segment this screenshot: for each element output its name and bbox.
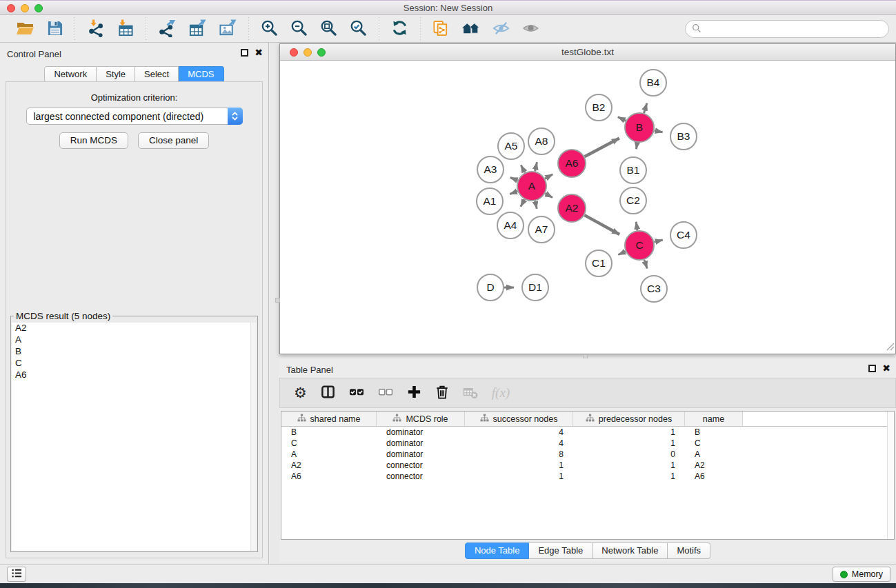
result-list-item[interactable]: A2 xyxy=(12,323,257,334)
graph-edge-B-B4[interactable] xyxy=(644,103,646,113)
column-header-MCDS-role[interactable]: MCDS role xyxy=(377,412,465,426)
graph-node-A2[interactable]: A2 xyxy=(558,194,586,222)
table-cell[interactable]: connector xyxy=(377,471,465,482)
table-close-panel-icon[interactable]: ✖ xyxy=(882,365,890,372)
result-list-scrollbar[interactable] xyxy=(250,323,257,551)
graph-node-D[interactable]: D xyxy=(477,274,504,301)
network-window-titlebar[interactable]: testGlobe.txt xyxy=(280,44,895,61)
hide-selected-eye-button[interactable] xyxy=(486,18,516,40)
table-cell[interactable]: 4 xyxy=(465,438,573,449)
table-cell[interactable]: B xyxy=(281,427,377,438)
table-cell[interactable]: dominator xyxy=(377,427,465,438)
table-cell[interactable]: 1 xyxy=(465,471,573,482)
graph-node-C1[interactable]: C1 xyxy=(586,250,612,276)
table-cell[interactable]: A6 xyxy=(281,471,377,482)
graph-edge-C-C1[interactable] xyxy=(618,252,626,255)
table-cell[interactable]: C xyxy=(685,438,743,449)
tab-network-table[interactable]: Network Table xyxy=(593,543,668,559)
criterion-dropdown[interactable]: largest connected component (directed) xyxy=(26,108,243,125)
network-canvas[interactable]: B4B2BB3A8A5A6A3B1AC2A1A2A4A7C4CC1DD1C3 xyxy=(280,61,895,354)
graph-edge-B-B3[interactable] xyxy=(655,130,663,132)
table-cell[interactable]: 1 xyxy=(573,471,685,482)
graph-edge-A-A6[interactable] xyxy=(545,174,552,179)
result-list-item[interactable]: A6 xyxy=(12,369,257,381)
table-cell[interactable]: A xyxy=(281,449,377,460)
table-row[interactable]: Bdominator41B xyxy=(281,427,894,438)
zoom-fit-button[interactable] xyxy=(314,18,344,40)
graph-node-B[interactable]: B xyxy=(625,113,654,142)
network-graph[interactable]: B4B2BB3A8A5A6A3B1AC2A1A2A4A7C4CC1DD1C3 xyxy=(280,61,895,354)
memory-button[interactable]: Memory xyxy=(833,567,890,582)
graph-node-C2[interactable]: C2 xyxy=(620,187,646,214)
gear-button[interactable]: ⚙ xyxy=(288,385,312,401)
column-header-name[interactable]: name xyxy=(685,412,743,426)
resize-grip-icon[interactable] xyxy=(886,342,895,353)
deselect-all-checkboxes-button[interactable] xyxy=(372,383,399,403)
task-history-button[interactable] xyxy=(7,567,26,582)
float-panel-icon[interactable] xyxy=(241,49,248,57)
table-cell[interactable]: A2 xyxy=(281,460,377,471)
table-float-panel-icon[interactable] xyxy=(868,365,876,372)
table-cell[interactable]: 0 xyxy=(573,449,685,460)
graph-node-A[interactable]: A xyxy=(517,172,546,201)
table-cell[interactable]: connector xyxy=(377,460,465,471)
table-cell[interactable]: 1 xyxy=(573,438,685,449)
table-cell[interactable]: A xyxy=(685,449,743,460)
add-row-button[interactable] xyxy=(401,383,427,403)
show-eye-button[interactable] xyxy=(516,18,546,40)
table-row[interactable]: A6connector11A6 xyxy=(281,471,894,482)
graph-node-B4[interactable]: B4 xyxy=(640,70,666,96)
graph-node-A3[interactable]: A3 xyxy=(477,156,504,183)
graph-node-C3[interactable]: C3 xyxy=(641,276,667,302)
table-cell[interactable]: 8 xyxy=(465,449,573,460)
graph-node-A5[interactable]: A5 xyxy=(498,133,524,159)
close-panel-button[interactable]: Close panel xyxy=(138,132,209,149)
table-cell[interactable]: 1 xyxy=(465,460,573,471)
table-cell[interactable]: B xyxy=(685,427,743,438)
graph-node-B2[interactable]: B2 xyxy=(586,94,612,121)
graph-edge-A6-B[interactable] xyxy=(585,138,619,156)
graph-node-B1[interactable]: B1 xyxy=(620,157,646,183)
splitter-handle-left[interactable] xyxy=(275,298,280,303)
table-cell[interactable]: 1 xyxy=(573,427,685,438)
graph-edge-A-A2[interactable] xyxy=(545,194,552,198)
graph-node-C[interactable]: C xyxy=(625,231,654,260)
zoom-in-button[interactable] xyxy=(255,18,284,40)
result-list-item[interactable]: B xyxy=(12,346,257,358)
graph-edge-A-A3[interactable] xyxy=(510,178,518,181)
graph-node-B3[interactable]: B3 xyxy=(670,123,697,150)
copy-document-button[interactable] xyxy=(426,19,455,40)
close-panel-icon[interactable]: ✖ xyxy=(255,49,263,57)
graph-node-A6[interactable]: A6 xyxy=(558,150,586,177)
graph-node-A7[interactable]: A7 xyxy=(528,216,555,243)
split-columns-button[interactable] xyxy=(315,383,341,403)
graph-edge-A-A4[interactable] xyxy=(521,199,525,206)
zoom-selected-button[interactable] xyxy=(344,18,373,40)
tab-select[interactable]: Select xyxy=(135,66,179,83)
graph-node-D1[interactable]: D1 xyxy=(522,274,548,301)
table-cell[interactable]: dominator xyxy=(377,438,465,449)
graph-node-A8[interactable]: A8 xyxy=(528,128,555,154)
graph-node-A4[interactable]: A4 xyxy=(497,212,524,239)
delete-row-button[interactable] xyxy=(430,383,455,403)
graph-edge-A-A5[interactable] xyxy=(521,165,525,173)
result-list-item[interactable]: C xyxy=(12,358,257,369)
table-cell[interactable]: 4 xyxy=(465,427,573,438)
graph-edge-A2-C[interactable] xyxy=(584,215,619,234)
table-cell[interactable]: A2 xyxy=(685,460,743,471)
import-table-button[interactable] xyxy=(110,18,140,41)
export-table-button[interactable] xyxy=(182,18,212,41)
tab-network[interactable]: Network xyxy=(44,66,97,83)
import-network-button[interactable] xyxy=(81,18,110,41)
tab-style[interactable]: Style xyxy=(97,66,135,83)
export-network-button[interactable] xyxy=(152,18,182,41)
home-button[interactable] xyxy=(455,19,486,39)
graph-edge-B-B2[interactable] xyxy=(618,117,626,121)
table-scrollbar[interactable] xyxy=(887,412,894,539)
table-row[interactable]: Adominator80A xyxy=(281,449,894,460)
tab-motifs[interactable]: Motifs xyxy=(668,543,710,559)
graph-edge-B-B1[interactable] xyxy=(636,143,637,150)
search-field[interactable] xyxy=(685,20,889,38)
table-row[interactable]: Cdominator41C xyxy=(281,438,894,449)
graph-node-A1[interactable]: A1 xyxy=(477,188,503,214)
